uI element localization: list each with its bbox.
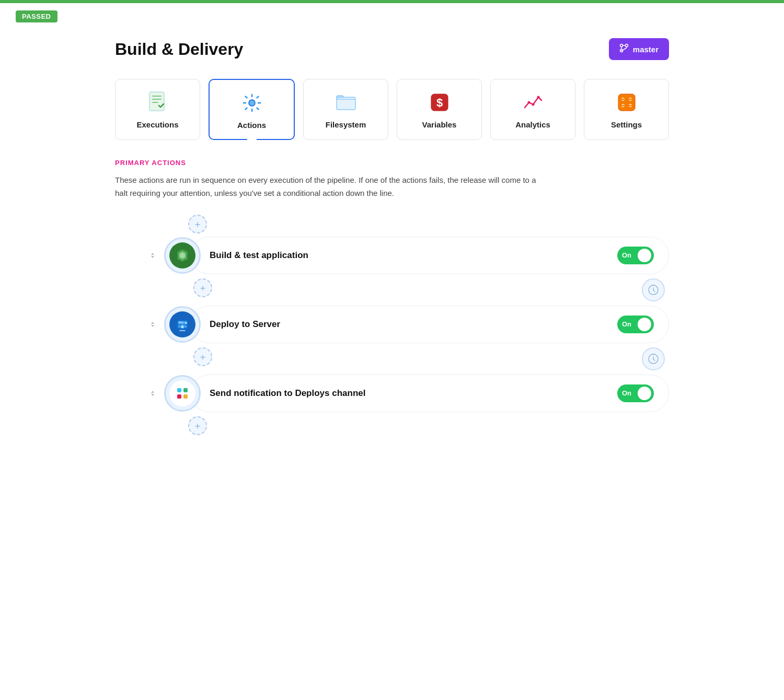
tabs-row: Executions Actions Filesystem xyxy=(115,79,669,140)
check-file-icon xyxy=(146,91,169,114)
toggle-track-build[interactable]: On xyxy=(617,247,654,264)
action-name-notify: Send notification to Deploys channel xyxy=(210,388,365,399)
svg-rect-33 xyxy=(183,388,188,392)
toggle-build[interactable]: On xyxy=(617,247,654,264)
action-row-build: Build & test application On xyxy=(146,237,669,274)
svg-rect-27 xyxy=(181,329,184,330)
action-icon-deploy xyxy=(164,306,201,343)
toggle-thumb-notify xyxy=(638,387,651,400)
svg-point-4 xyxy=(249,100,255,106)
add-action-bottom[interactable]: ＋ xyxy=(188,416,207,435)
svg-rect-18 xyxy=(629,99,632,100)
gear-icon xyxy=(240,91,263,114)
svg-point-10 xyxy=(537,96,539,99)
svg-rect-19 xyxy=(629,105,632,107)
toggle-track-notify[interactable]: On xyxy=(617,384,654,402)
action-card-notify[interactable]: Send notification to Deploys channel On xyxy=(190,375,669,412)
toggle-track-deploy[interactable]: On xyxy=(617,316,654,333)
svg-point-9 xyxy=(532,103,534,106)
toggle-label-build: On xyxy=(622,251,631,259)
toggle-notify[interactable]: On xyxy=(617,384,654,402)
tab-actions-label: Actions xyxy=(237,121,266,130)
tab-variables-label: Variables xyxy=(422,120,457,129)
tab-variables[interactable]: $ Variables xyxy=(397,79,482,140)
pipeline: ＋ Build & test applica xyxy=(115,215,669,435)
analytics-icon xyxy=(522,91,545,114)
top-status-bar xyxy=(0,0,784,3)
tab-executions[interactable]: Executions xyxy=(115,79,200,140)
tab-analytics[interactable]: Analytics xyxy=(490,79,575,140)
action-row-deploy: Deploy to Server On xyxy=(146,306,669,343)
tab-settings[interactable]: Settings xyxy=(584,79,669,140)
page-title: Build & Delivery xyxy=(115,40,243,59)
folder-icon xyxy=(335,91,358,114)
tab-filesystem-label: Filesystem xyxy=(326,120,366,129)
svg-point-8 xyxy=(527,101,530,104)
master-button[interactable]: master xyxy=(609,38,669,60)
toggle-label-deploy: On xyxy=(622,320,631,328)
section-label: PRIMARY ACTIONS xyxy=(115,159,669,167)
svg-rect-32 xyxy=(177,388,181,392)
action-icon-notify xyxy=(164,375,201,412)
svg-rect-17 xyxy=(621,105,625,107)
add-action-between-2-3[interactable]: ＋ xyxy=(193,347,212,366)
svg-point-29 xyxy=(186,322,187,323)
settings-icon xyxy=(615,91,638,114)
tab-settings-label: Settings xyxy=(611,120,642,129)
dollar-icon: $ xyxy=(428,91,451,114)
tab-analytics-label: Analytics xyxy=(515,120,550,129)
action-row-notify: Send notification to Deploys channel On xyxy=(146,375,669,412)
sort-handle-notify[interactable] xyxy=(146,389,159,398)
tab-filesystem[interactable]: Filesystem xyxy=(303,79,388,140)
svg-rect-34 xyxy=(177,394,181,399)
tab-actions[interactable]: Actions xyxy=(209,79,295,140)
svg-rect-35 xyxy=(183,394,188,399)
branch-icon xyxy=(619,43,629,55)
svg-rect-11 xyxy=(618,94,635,111)
timer-icon-2 xyxy=(642,347,665,370)
timer-icon-1 xyxy=(642,278,665,301)
toggle-deploy[interactable]: On xyxy=(617,316,654,333)
passed-badge: PASSED xyxy=(16,10,57,22)
toggle-thumb-deploy xyxy=(638,318,651,331)
svg-text:$: $ xyxy=(436,96,442,109)
tab-executions-label: Executions xyxy=(136,120,178,129)
action-card-deploy[interactable]: Deploy to Server On xyxy=(190,306,669,343)
svg-rect-3 xyxy=(149,92,164,111)
svg-rect-30 xyxy=(181,326,183,328)
add-action-between-1-2[interactable]: ＋ xyxy=(193,278,212,297)
action-card-build[interactable]: Build & test application On xyxy=(190,237,669,274)
sort-handle-deploy[interactable] xyxy=(146,320,159,329)
action-name-build: Build & test application xyxy=(210,250,308,261)
sort-handle-build[interactable] xyxy=(146,251,159,260)
toggle-thumb-build xyxy=(638,249,651,262)
add-action-top[interactable]: ＋ xyxy=(188,215,207,234)
master-button-label: master xyxy=(633,45,659,54)
svg-rect-28 xyxy=(179,330,186,331)
action-icon-build xyxy=(164,237,201,274)
action-name-deploy: Deploy to Server xyxy=(210,319,280,330)
section-description: These actions are run in sequence on eve… xyxy=(115,174,544,200)
toggle-label-notify: On xyxy=(622,389,631,397)
svg-rect-16 xyxy=(621,99,625,100)
